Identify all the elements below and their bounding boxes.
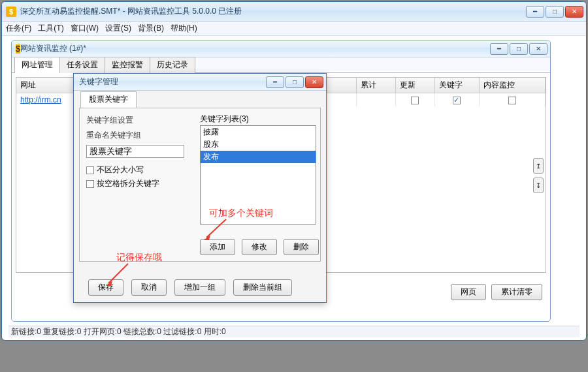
dialog-tab-stock[interactable]: 股票关键字 bbox=[80, 91, 137, 108]
add-group-button[interactable]: 增加一组 bbox=[174, 279, 225, 296]
tab-alarm[interactable]: 监控报警 bbox=[105, 57, 150, 73]
scroll-arrows: ↥ ↧ bbox=[533, 158, 544, 193]
dialog-minimize-button[interactable]: ━ bbox=[266, 76, 284, 88]
dialog-panel: 关键字组设置 重命名关键字组 不区分大小写 按空格拆分关键字 关键字列表(3) … bbox=[79, 108, 321, 262]
col-total[interactable]: 累计 bbox=[356, 78, 395, 93]
maximize-button[interactable]: □ bbox=[546, 6, 564, 18]
case-label: 不区分大小写 bbox=[97, 164, 144, 176]
delete-group-button[interactable]: 删除当前组 bbox=[233, 279, 292, 296]
add-keyword-button[interactable]: 添加 bbox=[200, 239, 235, 255]
child-tabstrip: 网址管理 任务设置 监控报警 历史记录 bbox=[12, 57, 550, 73]
tab-task-settings[interactable]: 任务设置 bbox=[59, 57, 105, 73]
dialog-title: 关键字管理 bbox=[79, 76, 266, 87]
col-keyword[interactable]: 关键字 bbox=[434, 78, 479, 93]
split-label: 按空格拆分关键字 bbox=[97, 178, 159, 189]
keyword-item[interactable]: 股东 bbox=[201, 138, 316, 151]
keyword-item[interactable]: 披露 bbox=[201, 126, 316, 138]
app-title: 深交所互动易监控提醒.SMT* - 网站资讯监控工具 5.0.0.0 已注册 bbox=[20, 6, 526, 17]
keyword-list[interactable]: 披露 股东 发布 bbox=[200, 125, 316, 225]
child-close-button[interactable]: ✕ bbox=[529, 43, 547, 55]
tab-url-manage[interactable]: 网址管理 bbox=[14, 57, 60, 73]
app-titlebar: $ 深交所互动易监控提醒.SMT* - 网站资讯监控工具 5.0.0.0 已注册… bbox=[2, 2, 586, 22]
child-title: 网站资讯监控 (1#)* bbox=[20, 43, 490, 54]
rename-input[interactable] bbox=[86, 145, 184, 158]
child-minimize-button[interactable]: ━ bbox=[490, 43, 508, 55]
menu-help[interactable]: 帮助(H) bbox=[171, 23, 197, 34]
cell-total bbox=[356, 93, 395, 107]
cell-keyword[interactable] bbox=[434, 93, 479, 107]
keyword-item-selected[interactable]: 发布 bbox=[201, 151, 316, 163]
keyword-list-label: 关键字列表(3) bbox=[200, 114, 249, 125]
delete-keyword-button[interactable]: 删除 bbox=[284, 239, 319, 255]
dialog-bottom-buttons: 保存 取消 增加一组 删除当前组 bbox=[79, 279, 321, 296]
dialog-titlebar: 关键字管理 ━ □ ✕ bbox=[74, 74, 326, 91]
child-titlebar: $ 网站资讯监控 (1#)* ━ □ ✕ bbox=[12, 40, 550, 57]
status-bar: 新链接:0 重复链接:0 打开网页:0 链接总数:0 过滤链接:0 用时:0 bbox=[8, 326, 580, 337]
split-checkbox[interactable] bbox=[86, 180, 94, 188]
menu-tools[interactable]: 工具(T) bbox=[38, 23, 63, 34]
minimize-button[interactable]: ━ bbox=[526, 6, 544, 18]
col-update[interactable]: 更新 bbox=[395, 78, 434, 93]
close-button[interactable]: ✕ bbox=[565, 6, 583, 18]
tab-history[interactable]: 历史记录 bbox=[150, 57, 195, 73]
col-content[interactable]: 内容监控 bbox=[479, 78, 546, 93]
checkbox-keyword[interactable] bbox=[453, 97, 461, 104]
cell-update[interactable] bbox=[395, 93, 434, 107]
dialog-tabstrip: 股票关键字 bbox=[79, 92, 321, 108]
cancel-button[interactable]: 取消 bbox=[131, 279, 167, 296]
menu-settings[interactable]: 设置(S) bbox=[105, 23, 131, 34]
checkbox-update[interactable] bbox=[411, 97, 419, 104]
scroll-up-button[interactable]: ↥ bbox=[533, 158, 544, 174]
child-icon: $ bbox=[16, 44, 20, 54]
open-page-button[interactable]: 网页 bbox=[451, 284, 486, 300]
checkbox-content[interactable] bbox=[508, 97, 516, 104]
scroll-down-button[interactable]: ↧ bbox=[533, 178, 544, 193]
dialog-maximize-button[interactable]: □ bbox=[286, 76, 304, 88]
menu-task[interactable]: 任务(F) bbox=[6, 23, 31, 34]
edit-keyword-button[interactable]: 修改 bbox=[242, 239, 277, 255]
child-maximize-button[interactable]: □ bbox=[510, 43, 528, 55]
keyword-list-buttons: 添加 修改 删除 bbox=[200, 239, 319, 255]
save-button[interactable]: 保存 bbox=[88, 279, 123, 296]
keyword-dialog: 关键字管理 ━ □ ✕ 股票关键字 关键字组设置 重命名关键字组 不区分大小写 … bbox=[73, 73, 327, 303]
menu-background[interactable]: 背景(B) bbox=[138, 23, 164, 34]
dialog-close-button[interactable]: ✕ bbox=[305, 76, 323, 88]
case-checkbox[interactable] bbox=[86, 166, 94, 174]
menu-window[interactable]: 窗口(W) bbox=[71, 23, 99, 34]
app-icon: $ bbox=[6, 7, 16, 17]
cell-content[interactable] bbox=[479, 93, 546, 107]
menubar: 任务(F) 工具(T) 窗口(W) 设置(S) 背景(B) 帮助(H) bbox=[2, 22, 586, 36]
clear-total-button[interactable]: 累计清零 bbox=[491, 284, 542, 300]
